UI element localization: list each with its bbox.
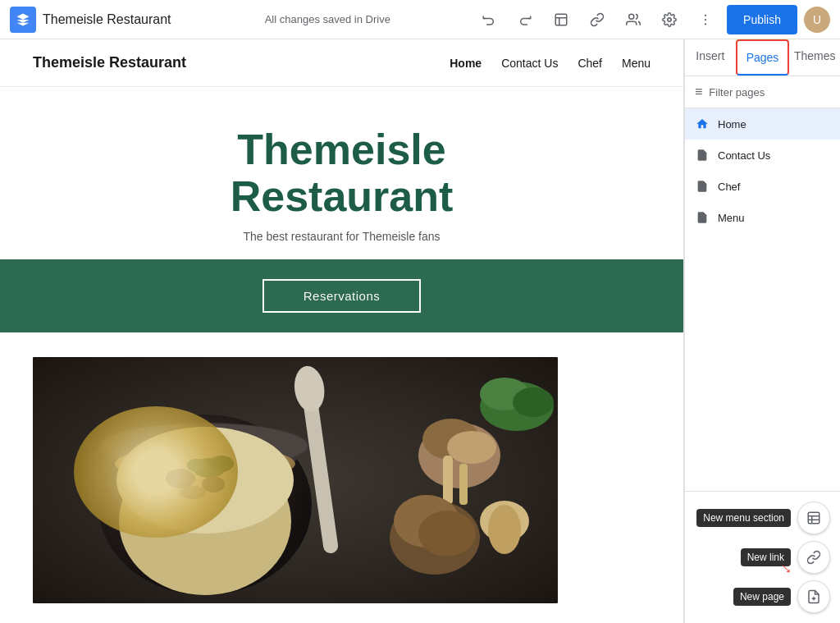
fab-row-page: New page [733,580,830,613]
tab-themes-label: Themes [794,49,836,62]
tab-pages[interactable]: Pages [736,39,790,76]
page-item-home[interactable]: Home [685,108,840,140]
hero-title-line2: Restaurant [231,172,454,220]
fab-row-menu-section: New menu section [696,502,830,534]
page-item-chef[interactable]: Chef [685,171,840,202]
svg-point-4 [668,17,672,21]
food-section [0,332,683,623]
svg-point-17 [202,476,225,492]
page-label-contact: Contact Us [718,149,770,162]
panel-tabs: Insert Pages Themes [685,39,840,76]
filter-icon: ≡ [695,85,702,99]
page-item-contact[interactable]: Contact Us [685,140,840,171]
svg-point-34 [513,387,554,417]
svg-point-19 [193,458,226,478]
svg-point-15 [116,427,294,534]
toolbar: Themeisle Restaurant All changes saved i… [0,0,840,39]
tab-insert[interactable]: Insert [685,39,736,76]
nav-link-home[interactable]: Home [450,57,482,70]
right-panel: Insert Pages Themes ≡ Filter pages Home [684,39,840,623]
reservations-banner: Reservations [0,259,683,332]
avatar[interactable]: U [804,7,830,33]
pages-list: Home Contact Us Chef Menu [685,108,840,491]
svg-point-18 [180,486,206,499]
filter-pages: ≡ Filter pages [685,76,840,108]
undo-button[interactable] [474,5,504,34]
site-brand: Themeisle Restaurant [33,54,186,71]
nav-link-chef[interactable]: Chef [578,57,602,70]
svg-point-20 [209,456,234,472]
new-link-button[interactable] [797,541,830,574]
hero-title: Themeisle Restaurant [33,126,651,220]
preview-area: Themeisle Restaurant Home Contact Us Che… [0,39,684,623]
more-button[interactable] [691,5,720,34]
new-menu-section-label: New menu section [696,509,791,527]
svg-point-7 [705,23,706,25]
svg-point-31 [418,511,476,557]
home-icon [695,117,710,131]
publish-button[interactable]: Publish [727,5,797,34]
app-logo [10,7,36,33]
hero-title-line1: Themeisle [237,126,445,173]
save-status: All changes saved in Drive [265,13,390,25]
fab-area: → New menu section New link New page [685,491,840,623]
link-button[interactable] [582,5,612,34]
hero-subtitle: The best restaurant for Themeisle fans [33,230,651,243]
filter-text: Filter pages [709,86,765,98]
tab-pages-label: Pages [746,51,779,64]
food-image [33,357,558,603]
new-page-button[interactable] [797,580,830,613]
new-menu-section-button[interactable] [797,502,830,534]
nav-link-contact[interactable]: Contact Us [501,57,558,70]
page-label-chef: Chef [718,181,740,193]
svg-point-6 [705,18,706,20]
doc-icon-contact [695,148,710,163]
reservations-button[interactable]: Reservations [262,279,422,313]
page-label-menu: Menu [718,212,745,224]
tab-themes[interactable]: Themes [789,39,840,76]
document-title: Themeisle Restaurant [43,12,171,27]
svg-point-5 [705,14,706,16]
doc-icon-menu [695,210,710,225]
svg-point-3 [629,14,634,19]
layout-button[interactable] [546,5,576,34]
page-item-menu[interactable]: Menu [685,202,840,233]
doc-icon-chef [695,179,710,194]
settings-button[interactable] [655,5,684,34]
new-page-label: New page [733,588,791,606]
svg-point-21 [187,459,207,472]
svg-rect-27 [443,456,453,505]
svg-point-26 [447,431,496,464]
tab-insert-label: Insert [696,49,724,62]
svg-rect-28 [459,464,468,505]
hero-section: Themeisle Restaurant The best restaurant… [0,87,683,259]
site-nav-links: Home Contact Us Chef Menu [450,57,651,70]
svg-rect-0 [555,14,567,25]
svg-rect-37 [808,512,819,524]
share-button[interactable] [619,5,648,34]
site-nav: Themeisle Restaurant Home Contact Us Che… [0,39,683,87]
redo-button[interactable] [510,5,540,34]
nav-link-menu[interactable]: Menu [622,57,651,70]
main-layout: Themeisle Restaurant Home Contact Us Che… [0,39,840,623]
svg-point-16 [166,469,195,488]
page-label-home: Home [718,118,746,131]
svg-point-36 [488,505,521,554]
